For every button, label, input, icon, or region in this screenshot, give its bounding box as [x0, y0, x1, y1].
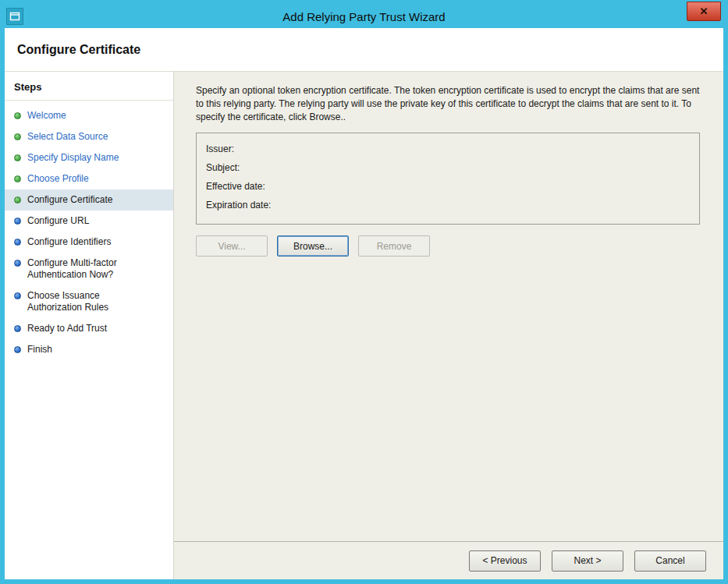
sidebar-item-label: Welcome [27, 110, 66, 122]
sidebar-item-choose-profile[interactable]: Choose Profile [5, 168, 173, 189]
next-button[interactable]: Next > [552, 550, 623, 572]
sidebar-item-label: Finish [27, 344, 52, 356]
step-pending-icon [14, 260, 21, 267]
certificate-field-issuer: Issuer: [206, 140, 690, 158]
remove-button: Remove [358, 235, 430, 257]
steps-list: WelcomeSelect Data SourceSpecify Display… [5, 101, 173, 360]
step-pending-icon [14, 239, 21, 246]
wizard-window: Add Relying Party Trust Wizard ✕ Configu… [0, 0, 728, 584]
wizard-body: Steps WelcomeSelect Data SourceSpecify D… [5, 72, 723, 579]
browse-button[interactable]: Browse... [277, 235, 349, 257]
sidebar-item-choose-issuance-authorization-rules: Choose Issuance Authorization Rules [5, 285, 173, 318]
sidebar-item-select-data-source[interactable]: Select Data Source [5, 126, 173, 147]
step-pending-icon [14, 292, 21, 299]
step-complete-icon [14, 196, 21, 204]
close-icon: ✕ [700, 5, 708, 17]
certificate-buttons: View... Browse... Remove [196, 235, 700, 257]
sidebar-item-label: Choose Issuance Authorization Rules [27, 290, 147, 313]
sidebar-item-label: Choose Profile [27, 173, 89, 185]
steps-heading: Steps [5, 72, 173, 101]
main-content: Specify an optional token encryption cer… [174, 72, 723, 257]
sidebar-item-label: Configure Multi-factor Authentication No… [27, 257, 147, 281]
certificate-details-box: Issuer:Subject:Effective date:Expiration… [196, 133, 700, 225]
sidebar-item-label: Configure Identifiers [27, 236, 111, 248]
sidebar-item-configure-url: Configure URL [5, 211, 173, 232]
step-complete-icon [14, 133, 21, 140]
certificate-field-expiration-date: Expiration date: [206, 196, 690, 214]
step-complete-icon [14, 175, 21, 182]
sidebar-item-specify-display-name[interactable]: Specify Display Name [5, 147, 173, 168]
step-pending-icon [14, 346, 21, 353]
sidebar-item-label: Select Data Source [27, 131, 108, 143]
certificate-field-subject: Subject: [206, 158, 690, 177]
sidebar-item-ready-to-add-trust: Ready to Add Trust [5, 318, 173, 339]
step-pending-icon [14, 325, 21, 332]
title-bar: Add Relying Party Trust Wizard ✕ [5, 5, 723, 28]
sidebar-item-configure-certificate: Configure Certificate [5, 189, 173, 211]
step-complete-icon [14, 112, 21, 119]
previous-button[interactable]: < Previous [469, 550, 541, 572]
page-title: Configure Certificate [17, 43, 140, 57]
step-complete-icon [14, 154, 21, 161]
window-title: Add Relying Party Trust Wizard [5, 10, 723, 23]
sidebar-item-welcome[interactable]: Welcome [5, 105, 173, 126]
sidebar-item-label: Ready to Add Trust [27, 323, 107, 334]
sidebar-item-label: Specify Display Name [27, 152, 119, 164]
step-description: Specify an optional token encryption cer… [196, 84, 700, 123]
sidebar-item-label: Configure URL [27, 215, 89, 227]
sidebar-item-finish: Finish [5, 339, 173, 360]
close-button[interactable]: ✕ [687, 2, 721, 21]
sidebar-item-configure-multi-factor-authentication-now: Configure Multi-factor Authentication No… [5, 253, 173, 285]
certificate-field-effective-date: Effective date: [206, 177, 690, 196]
step-pending-icon [14, 218, 21, 225]
page-header: Configure Certificate [5, 28, 723, 72]
cancel-button[interactable]: Cancel [634, 550, 706, 572]
sidebar-item-configure-identifiers: Configure Identifiers [5, 232, 173, 253]
view-button: View... [196, 235, 268, 257]
footer-buttons: < Previous Next > Cancel [174, 542, 723, 579]
steps-sidebar: Steps WelcomeSelect Data SourceSpecify D… [5, 72, 174, 579]
main-panel: Specify an optional token encryption cer… [174, 72, 723, 579]
sidebar-item-label: Configure Certificate [27, 194, 112, 206]
